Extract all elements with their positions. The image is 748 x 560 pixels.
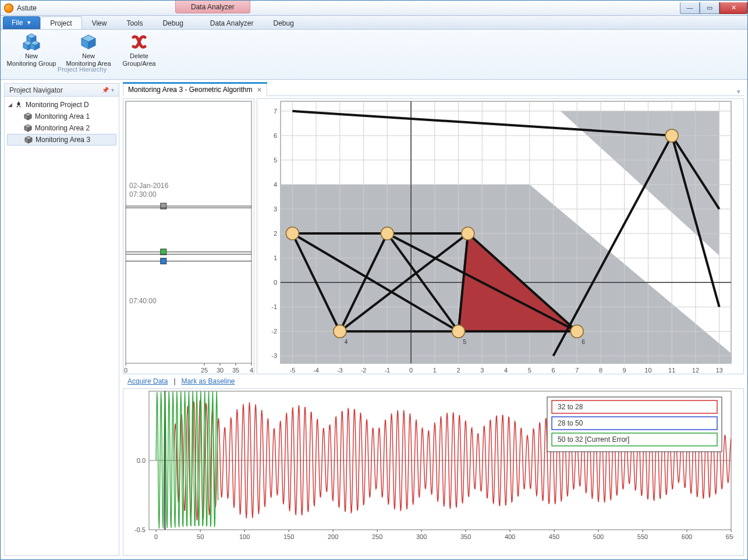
svg-text:500: 500 (593, 533, 604, 540)
svg-point-105 (570, 325, 583, 338)
app-icon (4, 3, 13, 13)
svg-text:9: 9 (623, 367, 626, 374)
svg-rect-21 (126, 101, 251, 363)
separator: | (173, 377, 175, 385)
svg-text:50 to 32 [Current Error]: 50 to 32 [Current Error] (558, 435, 629, 444)
ribbon: NewMonitoring GroupNewMonitoring AreaDel… (1, 30, 747, 80)
svg-text:0: 0 (124, 367, 127, 374)
svg-text:07:30:00: 07:30:00 (129, 190, 157, 199)
svg-text:5: 5 (528, 367, 531, 374)
timeline-chart[interactable]: 02-Jan-201607:30:0007:40:0002530354 (123, 98, 254, 374)
svg-text:10: 10 (644, 367, 651, 374)
svg-text:32 to 28: 32 to 28 (558, 403, 583, 411)
svg-text:400: 400 (505, 533, 515, 540)
project-tree[interactable]: ◢Monitoring Project DMonitoring Area 1Mo… (5, 97, 119, 148)
svg-text:3: 3 (480, 367, 484, 374)
ribbon-group-area[interactable]: DeleteGroup/Area (117, 31, 161, 67)
chevron-down-icon[interactable]: ▾ (111, 87, 114, 93)
svg-text:350: 350 (460, 533, 471, 540)
tab-debug-2[interactable]: Debug (264, 16, 304, 29)
cubes-blue-icon (22, 33, 41, 51)
svg-text:-5: -5 (289, 367, 295, 374)
svg-text:0.0: 0.0 (137, 457, 146, 464)
rocket-icon (14, 101, 23, 109)
svg-text:-3: -3 (271, 352, 277, 359)
pin-icon[interactable]: 📌 (102, 87, 109, 93)
tab-tools[interactable]: Tools (116, 16, 153, 29)
tree-item[interactable]: Monitoring Area 2 (7, 122, 116, 134)
tab-project[interactable]: Project (40, 16, 81, 29)
svg-text:5: 5 (274, 157, 277, 164)
cube-icon (24, 136, 33, 144)
svg-text:0: 0 (154, 533, 158, 540)
svg-text:50: 50 (197, 533, 204, 540)
svg-text:0: 0 (274, 279, 277, 286)
tab-overflow-icon[interactable]: ▾ (737, 88, 740, 95)
svg-text:6: 6 (582, 339, 585, 345)
tab-view[interactable]: View (82, 16, 117, 29)
svg-text:12: 12 (692, 367, 699, 374)
svg-text:150: 150 (283, 533, 294, 540)
file-menu[interactable]: File ▼ (3, 16, 40, 29)
svg-text:11: 11 (668, 367, 675, 374)
svg-text:650: 650 (726, 533, 733, 540)
svg-text:30: 30 (217, 367, 224, 374)
waveform-chart[interactable]: 050100150200250300350400450500550600650-… (123, 388, 744, 556)
svg-text:600: 600 (682, 533, 692, 540)
svg-text:-1: -1 (271, 303, 277, 310)
ribbon-group-caption: Project Hierarchy (58, 66, 107, 73)
svg-text:3: 3 (274, 205, 277, 212)
svg-text:2: 2 (274, 230, 277, 237)
titlebar: Astute Data Analyzer — ▭ ✕ (1, 1, 747, 16)
cube-icon (23, 124, 33, 132)
svg-text:100: 100 (239, 533, 250, 540)
acquire-data-link[interactable]: Acquire Data (127, 377, 168, 385)
file-menu-label: File (12, 19, 23, 27)
document-tab-title: Monitoring Area 3 - Geometric Algorithm (128, 86, 252, 94)
svg-text:25: 25 (201, 367, 208, 374)
svg-text:4: 4 (274, 181, 277, 188)
svg-text:-0.5: -0.5 (134, 526, 146, 533)
close-button[interactable]: ✕ (719, 2, 747, 14)
geometric-chart[interactable]: 456-5-4-3-2-1012345678910111213-3-2-1012… (257, 98, 744, 374)
close-tab-icon[interactable]: ✕ (257, 86, 262, 94)
svg-text:35: 35 (232, 367, 239, 374)
document-tabs: Monitoring Area 3 - Geometric Algorithm … (123, 83, 744, 96)
collapse-icon[interactable]: ◢ (8, 102, 14, 108)
cross-red-icon (130, 33, 148, 51)
svg-text:-4: -4 (313, 367, 319, 374)
tab-data-analyzer[interactable]: Data Analyzer (200, 16, 264, 29)
svg-text:8: 8 (599, 367, 602, 374)
svg-point-101 (334, 325, 346, 338)
tree-item[interactable]: Monitoring Area 1 (7, 111, 116, 122)
document-tab[interactable]: Monitoring Area 3 - Geometric Algorithm … (123, 83, 267, 96)
ribbon-monitoring-group[interactable]: NewMonitoring Group (3, 31, 60, 67)
svg-text:7: 7 (575, 367, 579, 374)
svg-rect-30 (161, 258, 166, 264)
svg-text:300: 300 (416, 533, 427, 540)
ribbon-monitoring-area[interactable]: NewMonitoring Area (60, 31, 117, 67)
maximize-button[interactable]: ▭ (700, 2, 719, 14)
svg-point-107 (665, 129, 678, 142)
minimize-button[interactable]: — (680, 2, 700, 14)
svg-text:6: 6 (551, 367, 555, 374)
svg-text:4: 4 (504, 367, 508, 374)
svg-point-100 (462, 227, 474, 240)
svg-text:-1: -1 (384, 367, 390, 374)
cube-icon (23, 112, 33, 120)
svg-text:07:40:00: 07:40:00 (129, 297, 157, 305)
mark-baseline-link[interactable]: Mark as Baseline (182, 377, 235, 385)
cube-blue-icon (79, 33, 98, 51)
context-tab-data-analyzer[interactable]: Data Analyzer (175, 1, 250, 13)
action-bar: Acquire Data | Mark as Baseline (123, 374, 744, 388)
tab-debug[interactable]: Debug (153, 16, 193, 29)
window-title: Astute (17, 4, 37, 12)
tree-item[interactable]: Monitoring Area 3 (7, 134, 116, 146)
svg-text:6: 6 (274, 132, 277, 139)
svg-point-98 (286, 227, 299, 240)
tree-root[interactable]: ◢Monitoring Project D (7, 99, 116, 111)
svg-text:5: 5 (463, 339, 467, 345)
project-navigator-header: Project Navigator 📌 ▾ (5, 84, 119, 97)
svg-text:13: 13 (716, 367, 723, 374)
svg-text:450: 450 (549, 533, 559, 540)
